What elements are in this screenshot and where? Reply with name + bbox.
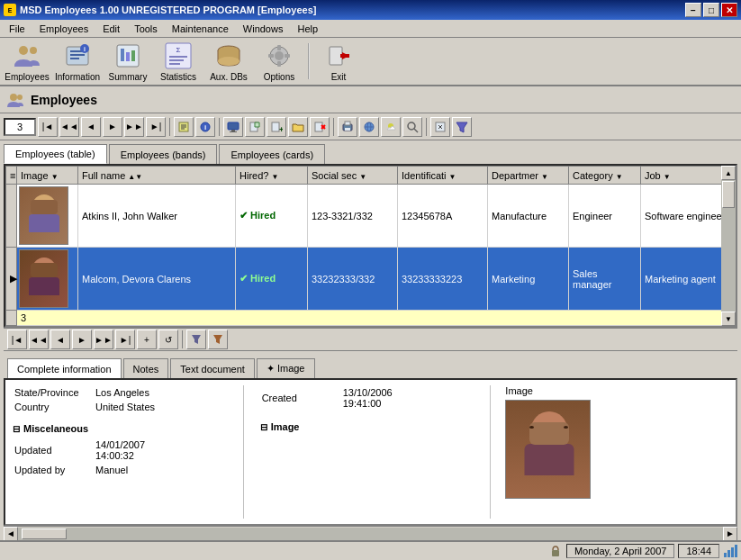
add-button[interactable]: + [267,117,286,137]
weather-button[interactable] [381,117,401,137]
folder-button[interactable] [288,117,308,137]
delete-button[interactable] [310,117,330,137]
misc-toggle[interactable]: ⊟ [13,424,20,434]
nav-prev-prev-button[interactable]: ◄◄ [59,117,79,137]
bookmark-button[interactable] [430,117,450,137]
svg-rect-6 [70,54,85,56]
svg-rect-47 [345,122,350,125]
scroll-thumb[interactable] [722,181,735,208]
nav2-next-button[interactable]: ► [72,330,92,349]
vertical-scrollbar[interactable]: ▲ ▼ [721,166,736,326]
horizontal-scrollbar[interactable]: ◄ ► [4,526,737,540]
row2-job: Marketing agent [641,248,722,311]
globe-button[interactable] [359,117,379,137]
nav-next-button[interactable]: ► [103,117,122,137]
close-button[interactable]: ✕ [721,3,737,17]
toolbar-employees-button[interactable]: Employees [4,40,50,83]
label-country: Country [11,400,92,414]
menu-tools[interactable]: Tools [127,22,165,36]
svg-rect-13 [131,50,135,61]
right-image-label: Image [505,385,730,396]
table-row[interactable]: ▶ Malcom, Devora Clarens ✔ Hired 3323 [6,248,722,311]
toolbar-auxdbs-button[interactable]: Aux. DBs [205,40,252,83]
toolbar-options-button[interactable]: Options [256,40,303,83]
svg-rect-37 [228,122,239,130]
edit-button[interactable] [174,117,194,137]
sub-toolbar: |◄ ◄◄ ◄ ► ►► ►| i + [0,113,741,140]
scroll-left-button[interactable]: ◄ [4,527,18,541]
menu-edit[interactable]: Edit [95,22,127,36]
col-category[interactable]: Category ▼ [569,167,641,185]
nav2-add-button[interactable]: + [137,330,157,349]
info-button[interactable]: i [195,117,215,137]
nav-first-button[interactable]: |◄ [38,117,58,137]
col-socialsec[interactable]: Social sec ▼ [308,167,398,185]
bottom-tab-image[interactable]: ✦ Image [257,358,315,378]
scroll-track[interactable] [721,180,736,312]
col-job[interactable]: Job ▼ [641,167,722,185]
col-department-sort: ▼ [541,173,548,181]
nav2-filter1-button[interactable] [186,330,206,349]
svg-rect-64 [731,547,734,557]
col-fullname[interactable]: Full name ▲▼ [78,167,236,185]
col-socialsec-sort: ▼ [359,173,366,181]
print-button[interactable] [338,117,357,137]
nav2-refresh-button[interactable]: ↺ [158,330,178,349]
search-button[interactable] [402,117,422,137]
tab-employees-bands[interactable]: Employees (bands) [109,144,218,164]
col-image[interactable]: Image ▼ [17,167,78,185]
toolbar-summary-button[interactable]: Summary [104,40,151,83]
info-left-table: State/Province Los Angeles Country Unite… [11,385,236,414]
nav2-last-button[interactable]: ►| [115,330,135,349]
nav-last-button[interactable]: ►| [146,117,166,137]
menu-help[interactable]: Help [290,22,325,36]
toolbar: Employees i Information [0,38,741,86]
svg-point-20 [218,57,239,66]
nav2-filter2-button[interactable] [208,330,228,349]
nav-next-next-button[interactable]: ►► [124,117,144,137]
toolbar-information-button[interactable]: i Information [54,40,101,83]
scroll-thumb-h[interactable] [22,528,67,539]
monitor-button[interactable] [223,117,243,137]
toolbar-exit-button[interactable]: Exit [315,40,362,83]
svg-rect-24 [277,61,281,67]
nav2-prev-prev-button[interactable]: ◄◄ [29,330,49,349]
edit2-button[interactable] [245,117,265,137]
menu-maintenance[interactable]: Maintenance [165,22,236,36]
nav-prev-button[interactable]: ◄ [81,117,101,137]
title-bar-text: MSD Employees 1.00 UNREGISTERED PROGRAM … [20,5,316,15]
menu-file[interactable]: File [2,22,32,36]
filter-button[interactable] [452,117,472,137]
bottom-tab-notes[interactable]: Notes [123,358,169,378]
scroll-track-h[interactable] [18,528,723,540]
menu-windows[interactable]: Windows [236,22,291,36]
tab-employees-table[interactable]: Employees (table) [4,144,107,164]
record-number-input[interactable] [4,118,36,136]
employees-icon [13,41,41,70]
svg-rect-7 [70,58,79,59]
svg-text:i: i [204,123,206,131]
nav2-first-button[interactable]: |◄ [7,330,27,349]
minimize-button[interactable]: − [685,3,701,17]
nav2-next-next-button[interactable]: ►► [94,330,113,349]
toolbar-statistics-button[interactable]: Σ Statistics [155,40,202,83]
scroll-down-button[interactable]: ▼ [721,312,736,326]
maximize-button[interactable]: □ [703,3,719,17]
bottom-tab-textdoc[interactable]: Text document [170,358,255,378]
bottom-tab-complete[interactable]: Complete information [7,358,122,378]
col-identification[interactable]: Identificati ▼ [398,167,488,185]
col-hired[interactable]: Hired? ▼ [236,167,308,185]
app-icon: E [4,4,16,16]
scroll-up-button[interactable]: ▲ [721,166,736,180]
col-job-sort: ▼ [664,173,671,181]
row2-indicator: ▶ [6,248,17,311]
misc-title: Miscelaneous [23,423,88,434]
col-department[interactable]: Departmer ▼ [488,167,569,185]
tab-employees-cards[interactable]: Employees (cards) [219,144,325,164]
toolbar-auxdbs-label: Aux. DBs [210,72,248,82]
table-row[interactable]: Atkins II, John Walker ✔ Hired 123-3321/… [6,185,722,248]
scroll-right-button[interactable]: ► [723,527,737,541]
image-toggle[interactable]: ⊟ [260,422,267,432]
nav2-prev-button[interactable]: ◄ [50,330,70,349]
menu-employees[interactable]: Employees [32,22,95,36]
